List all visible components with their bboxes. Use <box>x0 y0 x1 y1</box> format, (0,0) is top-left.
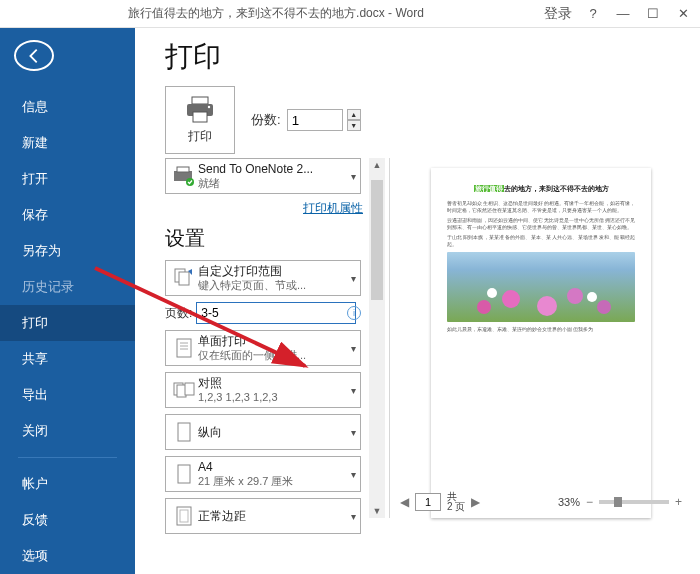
portrait-icon <box>170 418 198 446</box>
info-icon[interactable]: i <box>347 306 361 320</box>
svg-rect-8 <box>179 272 189 285</box>
minimize-button[interactable]: — <box>614 6 632 21</box>
prev-page-button[interactable]: ◀ <box>400 495 409 509</box>
chevron-down-icon: ▾ <box>351 171 356 182</box>
zoom-in-button[interactable]: + <box>675 495 682 509</box>
sidebar-item-account[interactable]: 帐户 <box>0 466 135 502</box>
margins-selector[interactable]: 正常边距 ▾ <box>165 498 361 534</box>
paper-title: A4 <box>198 460 356 474</box>
print-panel: 打印 打印 份数: ▲ ▼ <box>135 28 700 574</box>
collate-icon <box>170 376 198 404</box>
sidebar-item-close[interactable]: 关闭 <box>0 413 135 449</box>
maximize-button[interactable]: ☐ <box>644 6 662 21</box>
svg-rect-17 <box>178 465 190 483</box>
print-preview: 旅行值得去的地方，来到这不得不去的地方 善者初见却如众生相识、这恐怕是世间最好的… <box>389 158 692 518</box>
svg-rect-9 <box>177 339 191 357</box>
sidebar-item-history: 历史记录 <box>0 269 135 305</box>
paper-icon <box>170 460 198 488</box>
margins-icon <box>170 502 198 530</box>
range-title: 自定义打印范围 <box>198 264 356 278</box>
scroll-up-icon[interactable]: ▲ <box>373 160 382 170</box>
copies-step-down[interactable]: ▼ <box>347 120 361 131</box>
orientation-selector[interactable]: 纵向 ▾ <box>165 414 361 450</box>
printer-name: Send To OneNote 2... <box>198 162 356 176</box>
chevron-down-icon: ▾ <box>351 427 356 438</box>
sidebar-item-feedback[interactable]: 反馈 <box>0 502 135 538</box>
sidebar-item-open[interactable]: 打开 <box>0 161 135 197</box>
chevron-down-icon: ▾ <box>351 273 356 284</box>
page-title-rest: 去的地方，来到这不得不去的地方 <box>504 185 609 192</box>
sidebar-item-new[interactable]: 新建 <box>0 125 135 161</box>
print-button-label: 打印 <box>188 128 212 145</box>
orient-title: 纵向 <box>198 425 356 439</box>
copies-input[interactable] <box>287 109 343 131</box>
printer-status: 就绪 <box>198 177 356 190</box>
copies-label: 份数: <box>251 111 281 129</box>
preview-pager: ◀ 共 2 页 ▶ 33% − + <box>390 492 692 512</box>
help-button[interactable]: ? <box>584 6 602 21</box>
chevron-down-icon: ▾ <box>351 511 356 522</box>
chevron-down-icon: ▾ <box>351 385 356 396</box>
collate-title: 对照 <box>198 376 356 390</box>
svg-rect-0 <box>192 97 208 104</box>
sidebar-item-export[interactable]: 导出 <box>0 377 135 413</box>
print-button[interactable]: 打印 <box>165 86 235 154</box>
collate-sub: 1,2,3 1,2,3 1,2,3 <box>198 391 356 404</box>
pages-range-icon <box>170 264 198 292</box>
paper-size-selector[interactable]: A4 21 厘米 x 29.7 厘米 ▾ <box>165 456 361 492</box>
sides-sub: 仅在纸面的一侧上进... <box>198 349 356 362</box>
sidebar-item-print[interactable]: 打印 <box>0 305 135 341</box>
sidebar-item-share[interactable]: 共享 <box>0 341 135 377</box>
next-page-button[interactable]: ▶ <box>471 495 480 509</box>
document-title: 旅行值得去的地方，来到这不得不去的地方.docx - Word <box>8 5 544 22</box>
close-button[interactable]: ✕ <box>674 6 692 21</box>
backstage-sidebar: 信息 新建 打开 保存 另存为 历史记录 打印 共享 导出 关闭 帐户 反馈 选… <box>0 28 135 574</box>
single-side-icon <box>170 334 198 362</box>
arrow-left-icon <box>25 47 43 65</box>
printer-icon <box>184 96 216 124</box>
paper-sub: 21 厘米 x 29.7 厘米 <box>198 475 356 488</box>
sides-title: 单面打印 <box>198 334 356 348</box>
chevron-down-icon: ▾ <box>351 343 356 354</box>
svg-rect-15 <box>185 383 194 395</box>
collate-selector[interactable]: 对照 1,2,3 1,2,3 1,2,3 ▾ <box>165 372 361 408</box>
zoom-percent: 33% <box>558 496 580 508</box>
scroll-down-icon[interactable]: ▼ <box>373 506 382 516</box>
svg-rect-16 <box>178 423 190 441</box>
preview-page: 旅行值得去的地方，来到这不得不去的地方 善者初见却如众生相识、这恐怕是世间最好的… <box>431 168 651 518</box>
svg-point-3 <box>208 105 210 107</box>
svg-rect-5 <box>177 167 189 172</box>
back-button[interactable] <box>14 40 54 71</box>
margin-title: 正常边距 <box>198 509 356 523</box>
copies-step-up[interactable]: ▲ <box>347 109 361 120</box>
zoom-slider[interactable] <box>599 500 669 504</box>
chevron-down-icon: ▾ <box>351 469 356 480</box>
total-label-2: 2 页 <box>447 502 465 512</box>
sidebar-item-saveas[interactable]: 另存为 <box>0 233 135 269</box>
printer-selector[interactable]: Send To OneNote 2... 就绪 ▾ <box>165 158 361 194</box>
sidebar-item-save[interactable]: 保存 <box>0 197 135 233</box>
printer-ready-icon <box>170 162 198 190</box>
pages-input[interactable] <box>196 302 356 324</box>
sidebar-item-info[interactable]: 信息 <box>0 89 135 125</box>
login-link[interactable]: 登录 <box>544 5 572 23</box>
zoom-out-button[interactable]: − <box>586 495 593 509</box>
sides-selector[interactable]: 单面打印 仅在纸面的一侧上进... ▾ <box>165 330 361 366</box>
range-sub: 键入特定页面、节或... <box>198 279 356 292</box>
page-number-input[interactable] <box>415 493 441 511</box>
settings-scrollbar[interactable]: ▲ ▼ <box>369 158 385 518</box>
settings-heading: 设置 <box>165 225 365 252</box>
scroll-thumb[interactable] <box>371 180 383 300</box>
title-bar: 旅行值得去的地方，来到这不得不去的地方.docx - Word 登录 ? — ☐… <box>0 0 700 28</box>
print-heading: 打印 <box>165 38 692 76</box>
print-range-selector[interactable]: 自定义打印范围 键入特定页面、节或... ▾ <box>165 260 361 296</box>
preview-image <box>447 252 635 322</box>
printer-properties-link[interactable]: 打印机属性 <box>165 200 365 217</box>
pages-label: 页数: <box>165 305 192 322</box>
svg-rect-2 <box>193 112 207 122</box>
page-title-highlight: 旅行值得 <box>474 185 504 192</box>
sidebar-item-options[interactable]: 选项 <box>0 538 135 574</box>
